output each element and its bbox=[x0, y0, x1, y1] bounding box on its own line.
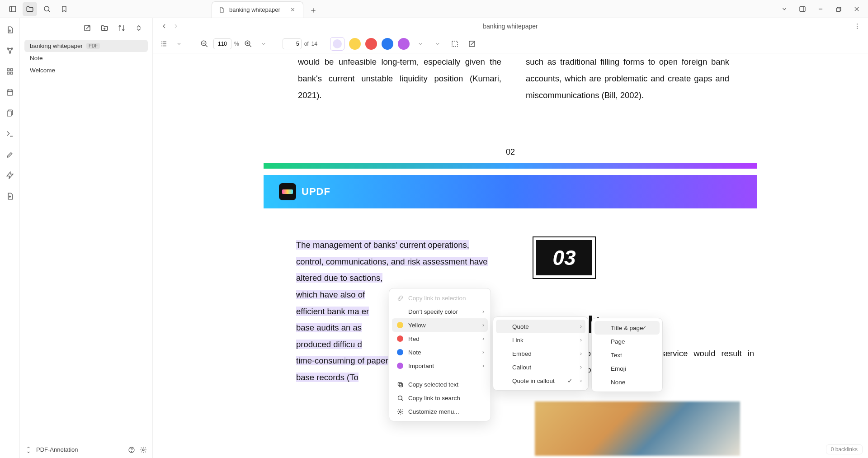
menu-color-yellow[interactable]: Yellow› bbox=[392, 318, 488, 332]
file-item-welcome[interactable]: Welcome bbox=[24, 64, 148, 76]
page-input[interactable] bbox=[283, 38, 302, 49]
add-tab-button[interactable] bbox=[306, 3, 321, 18]
menu-insert-embed[interactable]: Embed› bbox=[496, 347, 585, 360]
close-tab-icon[interactable]: ✕ bbox=[289, 6, 297, 14]
menu-color-copy-link-selection: Copy link to selection bbox=[392, 291, 488, 305]
context-menu-insert[interactable]: Quote›Link›Embed›Callout›Quote in callou… bbox=[493, 316, 589, 391]
select-area-icon[interactable] bbox=[448, 38, 461, 50]
menu-color-copy-selected-text[interactable]: Copy selected text bbox=[392, 378, 488, 391]
svg-line-3 bbox=[48, 10, 50, 12]
context-menu-title-options[interactable]: Title & page✓PageTextEmojiNone bbox=[591, 318, 663, 392]
menu-color-red[interactable]: Red› bbox=[392, 332, 488, 345]
menu-insert-quote-in-callout[interactable]: Quote in callout✓› bbox=[496, 374, 585, 387]
import-icon[interactable] bbox=[4, 24, 16, 36]
svg-point-33 bbox=[142, 449, 144, 451]
svg-line-44 bbox=[205, 45, 208, 47]
titlebar-left-tools bbox=[0, 2, 71, 16]
folder-icon[interactable] bbox=[23, 2, 37, 16]
chevron-right-icon: › bbox=[580, 364, 582, 370]
file-item-note[interactable]: Note bbox=[24, 52, 148, 64]
more-icon[interactable] bbox=[851, 20, 863, 33]
gear-icon bbox=[396, 408, 404, 415]
pdf-page: would be unfeasible long-term, especiall… bbox=[264, 53, 757, 458]
chevron-down-icon[interactable] bbox=[777, 1, 792, 17]
expand-icon[interactable] bbox=[25, 447, 32, 453]
gear-icon[interactable] bbox=[140, 446, 147, 453]
zoom-in-icon[interactable] bbox=[242, 38, 255, 50]
menu-color-note[interactable]: Note› bbox=[392, 345, 488, 359]
menu-insert-callout[interactable]: Callout› bbox=[496, 360, 585, 374]
color-swatch-icon bbox=[397, 335, 403, 342]
color-swatch-icon bbox=[397, 349, 403, 355]
tab-banking-whitepaper[interactable]: banking whitepaper ✕ bbox=[212, 1, 303, 18]
toggle-sidebar-icon[interactable] bbox=[5, 2, 20, 16]
highlighted-line: produced difficu d bbox=[296, 340, 362, 349]
bookmark-icon[interactable] bbox=[57, 2, 71, 16]
menu-color-important[interactable]: Important› bbox=[392, 359, 488, 373]
highlighted-line: The management of banks' current operati… bbox=[296, 240, 469, 250]
context-menu-colors[interactable]: Copy link to selectionDon't specify colo… bbox=[389, 288, 491, 421]
menu-color-dont-specify-color[interactable]: Don't specify color› bbox=[392, 305, 488, 318]
pdf-viewer: banking whitepaper % of 14 bbox=[153, 18, 868, 458]
menu-title-none[interactable]: None bbox=[594, 375, 660, 389]
menu-insert-quote[interactable]: Quote› bbox=[496, 320, 585, 333]
section-number-badge: 03 bbox=[533, 236, 596, 279]
minimize-button[interactable] bbox=[813, 1, 828, 17]
nav-forward-icon[interactable] bbox=[170, 20, 182, 32]
svg-rect-52 bbox=[399, 383, 403, 387]
loyalty-image bbox=[535, 401, 740, 456]
graph-icon[interactable] bbox=[4, 44, 16, 57]
svg-line-55 bbox=[401, 399, 403, 401]
menu-title-title-page[interactable]: Title & page✓ bbox=[594, 321, 660, 335]
menu-title-page[interactable]: Page bbox=[594, 335, 660, 348]
updf-band: UPDF bbox=[264, 175, 757, 208]
terminal-icon[interactable] bbox=[4, 127, 16, 140]
menu-color-copy-link-search[interactable]: Copy link to search bbox=[392, 391, 488, 405]
maximize-button[interactable] bbox=[831, 1, 846, 17]
export-icon[interactable] bbox=[4, 190, 16, 203]
new-folder-icon[interactable] bbox=[100, 24, 109, 33]
menu-color-customize-menu[interactable]: Customize menu... bbox=[392, 405, 488, 418]
highlight-color-red[interactable] bbox=[365, 38, 377, 50]
highlight-color-selected[interactable] bbox=[330, 37, 344, 51]
chevron-down-icon[interactable] bbox=[414, 38, 427, 50]
chevron-down-icon[interactable] bbox=[257, 38, 270, 50]
collapse-icon[interactable] bbox=[134, 24, 143, 33]
viewer-title: banking whitepaper bbox=[483, 23, 538, 30]
thumbnails-icon[interactable] bbox=[157, 38, 170, 50]
svg-line-47 bbox=[249, 45, 251, 47]
files-icon[interactable] bbox=[4, 107, 16, 119]
highlight-color-yellow[interactable] bbox=[349, 38, 361, 50]
zoom-out-icon[interactable] bbox=[198, 38, 211, 50]
grid-icon[interactable] bbox=[4, 65, 16, 78]
chevron-down-icon[interactable] bbox=[431, 38, 444, 50]
menu-title-text[interactable]: Text bbox=[594, 348, 660, 362]
split-pane-icon[interactable] bbox=[795, 1, 810, 17]
menu-item-label: Emoji bbox=[611, 365, 626, 372]
highlighted-line: control, communications, and risk assess… bbox=[296, 257, 488, 266]
lightning-icon[interactable] bbox=[4, 169, 16, 182]
zoom-input[interactable] bbox=[213, 38, 231, 49]
highlight-color-purple[interactable] bbox=[398, 38, 410, 50]
menu-item-label: Important bbox=[408, 363, 434, 369]
page-canvas[interactable]: would be unfeasible long-term, especiall… bbox=[153, 53, 868, 458]
annotate-icon[interactable] bbox=[466, 38, 478, 50]
new-note-icon[interactable] bbox=[83, 24, 92, 33]
menu-title-emoji[interactable]: Emoji bbox=[594, 362, 660, 375]
backlinks-indicator[interactable]: 0 backlinks bbox=[826, 444, 863, 454]
check-icon: ✓ bbox=[642, 324, 647, 331]
chevron-down-icon[interactable] bbox=[173, 38, 185, 50]
svg-point-36 bbox=[857, 28, 858, 29]
highlight-color-blue[interactable] bbox=[382, 38, 393, 50]
sort-icon[interactable] bbox=[117, 24, 126, 33]
calendar-icon[interactable] bbox=[4, 86, 16, 99]
chevron-right-icon: › bbox=[580, 378, 582, 384]
menu-insert-link[interactable]: Link› bbox=[496, 333, 585, 347]
highlighter-icon[interactable] bbox=[4, 148, 16, 161]
search-icon[interactable] bbox=[40, 2, 54, 16]
nav-back-icon[interactable] bbox=[158, 20, 170, 32]
help-icon[interactable] bbox=[128, 446, 135, 453]
close-window-button[interactable] bbox=[849, 1, 864, 17]
svg-rect-18 bbox=[7, 72, 9, 75]
file-item-banking-whitepaper[interactable]: banking whitepaper PDF bbox=[24, 40, 148, 52]
